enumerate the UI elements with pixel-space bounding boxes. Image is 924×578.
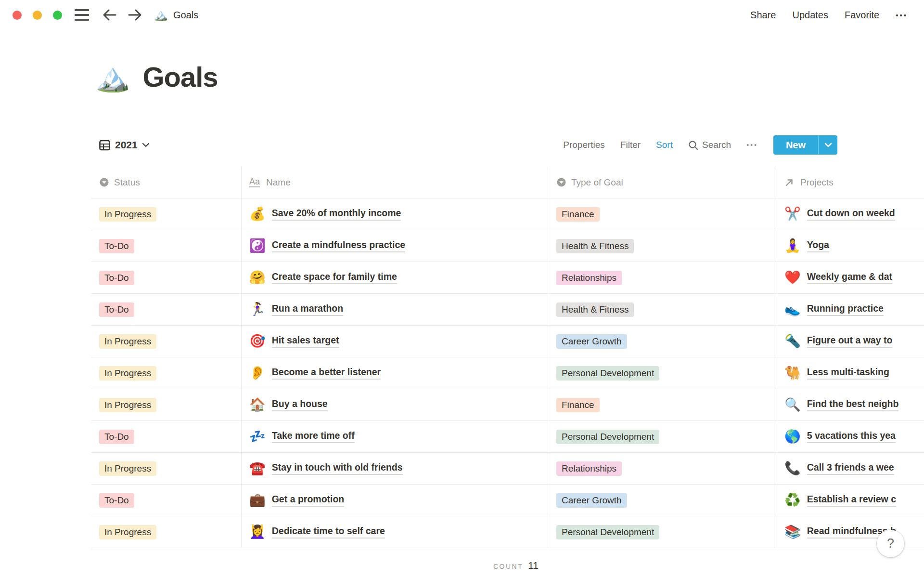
filter-button[interactable]: Filter [620,140,641,150]
status-cell[interactable]: In Progress [91,389,242,420]
projects-cell[interactable]: 🐫 Less multi-tasking [774,357,924,389]
project-link[interactable]: Running practice [807,303,884,316]
type-of-goal-cell[interactable]: Career Growth [548,485,774,516]
type-of-goal-cell[interactable]: Personal Development [548,421,774,452]
goal-name-link[interactable]: Save 20% of monthly income [272,208,401,221]
project-link[interactable]: Establish a review c [807,494,896,507]
status-cell[interactable]: In Progress [91,326,242,357]
type-of-goal-cell[interactable]: Finance [548,198,774,230]
project-link[interactable]: Cut down on weekd [807,208,895,221]
minimize-window-button[interactable] [33,11,42,20]
projects-cell[interactable]: ❤️ Weekly game & dat [774,262,924,293]
type-of-goal-cell[interactable]: Relationships [548,262,774,293]
project-link[interactable]: 5 vacations this yea [807,430,896,443]
goal-name-link[interactable]: Create space for family time [272,271,397,284]
goal-name-link[interactable]: Take more time off [272,430,355,443]
close-window-button[interactable] [13,11,22,20]
table-row[interactable]: To-Do 💼 Get a promotion Career Growth ♻️… [91,485,924,516]
goal-name-link[interactable]: Create a mindfulness practice [272,239,405,252]
table-row[interactable]: To-Do 🤗 Create space for family time Rel… [91,262,924,294]
projects-cell[interactable]: ✂️ Cut down on weekd [774,198,924,230]
name-cell[interactable]: 🤗 Create space for family time [242,262,548,293]
name-cell[interactable]: 🏃‍♀️ Run a marathon [242,294,548,325]
status-cell[interactable]: In Progress [91,453,242,484]
project-link[interactable]: Find the best neighb [807,398,899,411]
project-link[interactable]: Yoga [807,239,829,252]
view-switcher[interactable]: 2021 [99,139,150,151]
properties-button[interactable]: Properties [563,140,605,150]
goal-name-link[interactable]: Stay in touch with old friends [272,462,403,475]
projects-cell[interactable]: 👟 Running practice [774,294,924,325]
name-cell[interactable]: 🎯 Hit sales target [242,326,548,357]
table-row[interactable]: In Progress 💆‍♀️ Dedicate time to self c… [91,516,924,548]
table-row[interactable]: In Progress 🎯 Hit sales target Career Gr… [91,326,924,357]
view-more-icon[interactable]: ••• [746,141,758,149]
table-row[interactable]: To-Do 💤 Take more time off Personal Deve… [91,421,924,453]
type-of-goal-cell[interactable]: Relationships [548,453,774,484]
type-of-goal-cell[interactable]: Finance [548,389,774,420]
help-button[interactable]: ? [877,530,904,557]
projects-cell[interactable]: 🌎 5 vacations this yea [774,421,924,452]
name-cell[interactable]: 💰 Save 20% of monthly income [242,198,548,230]
updates-button[interactable]: Updates [792,10,828,21]
goal-name-link[interactable]: Dedicate time to self care [272,525,385,539]
goal-name-link[interactable]: Hit sales target [272,335,339,348]
project-link[interactable]: Weekly game & dat [807,271,892,284]
back-arrow-icon[interactable] [102,7,118,23]
column-header-projects[interactable]: Projects [774,167,924,198]
status-cell[interactable]: In Progress [91,198,242,230]
name-cell[interactable]: ☎️ Stay in touch with old friends [242,453,548,484]
project-link[interactable]: Call 3 friends a wee [807,462,894,475]
table-row[interactable]: To-Do 🏃‍♀️ Run a marathon Health & Fitne… [91,294,924,326]
page-title[interactable]: Goals [142,61,218,93]
column-header-name[interactable]: Aa Name [242,167,548,198]
name-cell[interactable]: 👂 Become a better listener [242,357,548,389]
goal-name-link[interactable]: Run a marathon [272,303,343,316]
sidebar-toggle-icon[interactable] [75,9,89,21]
type-of-goal-cell[interactable]: Personal Development [548,516,774,548]
projects-cell[interactable]: 📞 Call 3 friends a wee [774,453,924,484]
search-button[interactable]: Search [688,140,731,150]
status-cell[interactable]: To-Do [91,485,242,516]
type-of-goal-cell[interactable]: Career Growth [548,326,774,357]
new-button-label[interactable]: New [773,135,818,155]
type-of-goal-cell[interactable]: Personal Development [548,357,774,389]
goal-name-link[interactable]: Buy a house [272,398,328,411]
table-row[interactable]: In Progress ☎️ Stay in touch with old fr… [91,453,924,485]
table-footer[interactable]: COUNT 11 [91,548,539,571]
type-of-goal-cell[interactable]: Health & Fitness [548,294,774,325]
favorite-button[interactable]: Favorite [845,10,879,21]
breadcrumb[interactable]: 🏔️ Goals [154,9,198,21]
status-cell[interactable]: To-Do [91,262,242,293]
page-icon[interactable]: 🏔️ [95,63,130,91]
sort-button[interactable]: Sort [656,140,673,150]
status-cell[interactable]: To-Do [91,294,242,325]
status-cell[interactable]: In Progress [91,357,242,389]
status-cell[interactable]: To-Do [91,230,242,262]
projects-cell[interactable]: 🧘‍♀️ Yoga [774,230,924,262]
table-row[interactable]: In Progress 🏠 Buy a house Finance 🔍 Find… [91,389,924,421]
new-dropdown-icon[interactable] [818,135,837,155]
new-button[interactable]: New [773,135,837,155]
status-cell[interactable]: To-Do [91,421,242,452]
project-link[interactable]: Figure out a way to [807,335,893,348]
name-cell[interactable]: 🏠 Buy a house [242,389,548,420]
projects-cell[interactable]: 🔦 Figure out a way to [774,326,924,357]
project-link[interactable]: Less multi-tasking [807,367,889,380]
projects-cell[interactable]: 🔍 Find the best neighb [774,389,924,420]
table-row[interactable]: To-Do ☯️ Create a mindfulness practice H… [91,230,924,262]
table-row[interactable]: In Progress 👂 Become a better listener P… [91,357,924,389]
type-of-goal-cell[interactable]: Health & Fitness [548,230,774,262]
forward-arrow-icon[interactable] [127,7,143,23]
status-cell[interactable]: In Progress [91,516,242,548]
column-header-type-of-goal[interactable]: Type of Goal [548,167,774,198]
name-cell[interactable]: 💤 Take more time off [242,421,548,452]
table-row[interactable]: In Progress 💰 Save 20% of monthly income… [91,198,924,230]
share-button[interactable]: Share [750,10,776,21]
more-options-icon[interactable]: ••• [896,11,908,19]
name-cell[interactable]: ☯️ Create a mindfulness practice [242,230,548,262]
zoom-window-button[interactable] [53,11,62,20]
name-cell[interactable]: 💼 Get a promotion [242,485,548,516]
goal-name-link[interactable]: Become a better listener [272,367,381,380]
projects-cell[interactable]: ♻️ Establish a review c [774,485,924,516]
